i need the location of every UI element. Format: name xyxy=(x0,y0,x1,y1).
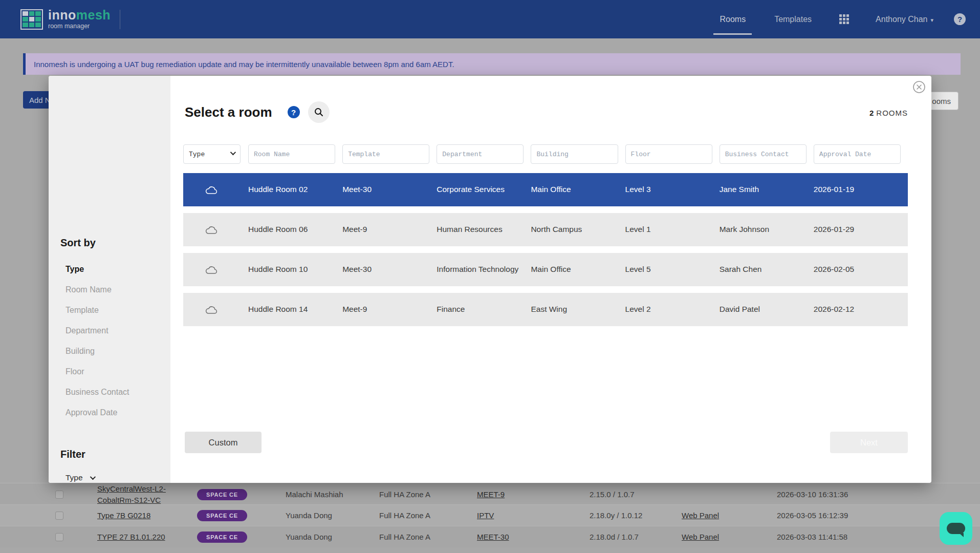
sort-options-list: TypeRoom NameTemplateDepartmentBuildingF… xyxy=(49,259,170,423)
owner-cell: Yuanda Dong xyxy=(286,533,379,541)
room-name-link[interactable]: Type 7B G0218 xyxy=(97,510,150,521)
template-cell: Meet-30 xyxy=(342,264,437,275)
row-checkbox[interactable] xyxy=(55,512,63,520)
contact-cell: Mark Johnson xyxy=(720,224,814,235)
web-panel-link[interactable]: Web Panel xyxy=(682,511,719,520)
floor-cell: Level 3 xyxy=(625,184,720,195)
zone-cell: Full HA Zone A xyxy=(379,511,477,520)
column-filter-input[interactable] xyxy=(625,144,712,164)
filter-groups-list: TypeTemplate xyxy=(49,469,170,483)
building-cell: Main Office xyxy=(531,264,625,275)
sort-option[interactable]: Building xyxy=(49,341,170,361)
nav-tab-rooms[interactable]: Rooms xyxy=(705,0,760,38)
department-cell: Corporate Services xyxy=(437,184,531,195)
sort-option[interactable]: Template xyxy=(49,300,170,321)
type-filter-select[interactable]: Type xyxy=(183,144,241,164)
chat-launcher-button[interactable] xyxy=(940,512,972,545)
updated-cell: 2026-03-10 16:31:36 xyxy=(777,490,980,499)
user-menu[interactable]: Anthony Chan▾ xyxy=(876,15,933,24)
sort-option[interactable]: Floor xyxy=(49,361,170,382)
building-cell: Main Office xyxy=(531,184,625,195)
floor-cell: Level 1 xyxy=(625,224,720,235)
top-navbar: innomesh room manager Rooms Templates An… xyxy=(0,0,980,38)
sort-option[interactable]: Room Name xyxy=(49,280,170,300)
room-row[interactable]: Huddle Room 02 Meet-30 Corporate Service… xyxy=(183,173,908,206)
room-row[interactable]: Huddle Room 14 Meet-9 Finance East Wing … xyxy=(183,293,908,326)
background-rooms-table: SkyCentralWest-L2-CobaltRm-S12-VC SPACE … xyxy=(0,483,980,547)
apps-grid-icon[interactable] xyxy=(839,14,849,24)
room-rows: Huddle Room 02 Meet-30 Corporate Service… xyxy=(183,173,908,333)
filter-group-toggle[interactable]: Type xyxy=(49,469,170,483)
cloud-icon xyxy=(205,263,248,276)
chat-bubble-icon xyxy=(947,523,965,534)
sort-option[interactable]: Approval Date xyxy=(49,402,170,423)
column-filter-input[interactable] xyxy=(248,144,335,164)
floor-cell: Level 5 xyxy=(625,264,720,275)
sort-option[interactable]: Department xyxy=(49,321,170,341)
owner-cell: Malachi Mashiah xyxy=(286,490,379,499)
column-filter-row: Type xyxy=(183,144,908,164)
row-checkbox[interactable] xyxy=(55,533,63,541)
room-name-link[interactable]: SkyCentralWest-L2-CobaltRm-S12-VC xyxy=(97,483,178,506)
chevron-down-icon xyxy=(90,474,95,480)
contact-cell: David Patel xyxy=(720,304,814,315)
brand-name: innomesh xyxy=(48,9,111,22)
column-filter-input[interactable] xyxy=(342,144,429,164)
modal-main: Select a room ? 2ROOMS Type xyxy=(170,76,931,483)
floor-cell: Level 2 xyxy=(625,304,720,315)
sort-by-heading: Sort by xyxy=(60,237,170,249)
maintenance-banner-text: Innomesh is undergoing a UAT bug remedia… xyxy=(34,60,454,69)
department-cell: Information Technology xyxy=(437,264,531,275)
modal-sidebar: Sort by TypeRoom NameTemplateDepartmentB… xyxy=(49,76,170,483)
nav-tab-templates[interactable]: Templates xyxy=(760,0,826,38)
status-badge: SPACE CE xyxy=(197,531,247,543)
row-checkbox[interactable] xyxy=(55,491,63,499)
column-filter-input[interactable] xyxy=(531,144,618,164)
modal-help-icon[interactable]: ? xyxy=(288,106,300,118)
table-row: SkyCentralWest-L2-CobaltRm-S12-VC SPACE … xyxy=(0,483,980,504)
date-cell: 2026-02-12 xyxy=(814,304,908,315)
date-cell: 2026-02-05 xyxy=(814,264,908,275)
room-row[interactable]: Huddle Room 06 Meet-9 Human Resources No… xyxy=(183,213,908,246)
room-row[interactable]: Huddle Room 10 Meet-30 Information Techn… xyxy=(183,253,908,286)
innomesh-logo-icon xyxy=(20,9,43,30)
zone-cell: Full HA Zone A xyxy=(379,533,477,541)
navbar-links: Rooms Templates Anthony Chan▾ ? xyxy=(705,0,966,38)
modal-title: Select a room xyxy=(185,104,272,120)
filter-heading: Filter xyxy=(60,449,170,460)
date-cell: 2026-01-19 xyxy=(814,184,908,195)
cloud-icon xyxy=(205,223,248,237)
sort-option[interactable]: Type xyxy=(49,259,170,280)
building-cell: East Wing xyxy=(531,304,625,315)
department-cell: Finance xyxy=(437,304,531,315)
brand-divider xyxy=(120,10,120,29)
brand-logo: innomesh room manager xyxy=(20,9,120,30)
close-icon[interactable] xyxy=(912,80,926,94)
template-link[interactable]: IPTV xyxy=(477,511,494,520)
zone-cell: Full HA Zone A xyxy=(379,490,477,499)
column-filter-input[interactable] xyxy=(437,144,524,164)
cloud-icon xyxy=(205,183,248,197)
custom-button[interactable]: Custom xyxy=(185,432,262,453)
template-cell: Meet-30 xyxy=(342,184,437,195)
next-button[interactable]: Next xyxy=(830,432,908,453)
room-name-cell: Huddle Room 10 xyxy=(248,264,342,275)
search-icon xyxy=(314,107,324,117)
building-cell: North Campus xyxy=(531,224,625,235)
template-link[interactable]: MEET-9 xyxy=(477,490,505,499)
version-cell: 2.18.0d / 1.0.7 xyxy=(590,533,682,541)
column-filter-input[interactable] xyxy=(814,144,901,164)
sort-option[interactable]: Business Contact xyxy=(49,382,170,402)
help-icon[interactable]: ? xyxy=(954,13,966,25)
room-name-link[interactable]: TYPE 27 B1.01.220 xyxy=(97,531,165,543)
template-link[interactable]: MEET-30 xyxy=(477,533,509,541)
column-filter-input[interactable] xyxy=(720,144,807,164)
search-button[interactable] xyxy=(308,101,330,123)
brand-name-accent: mesh xyxy=(76,8,111,22)
brand-tagline: room manager xyxy=(48,23,111,30)
template-cell: Meet-9 xyxy=(342,224,437,235)
maintenance-banner: Innomesh is undergoing a UAT bug remedia… xyxy=(23,53,961,75)
chevron-down-icon: ▾ xyxy=(930,17,933,23)
web-panel-link[interactable]: Web Panel xyxy=(682,533,719,541)
template-cell: Meet-9 xyxy=(342,304,437,315)
